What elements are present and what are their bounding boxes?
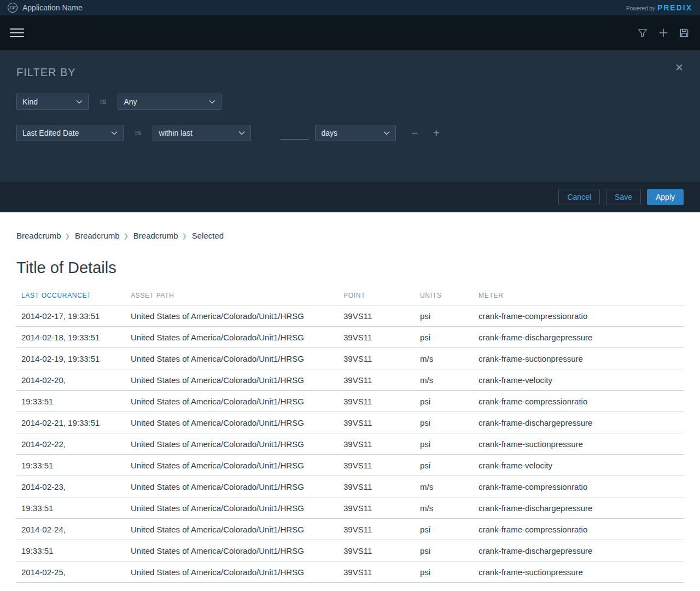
unit-dropdown[interactable]: days [315,125,396,141]
table-cell-last-occurance: 19:33:51 [16,540,126,561]
table-cell-meter: crank-frame-dischargepressure [474,412,684,433]
operator-label: IS [135,130,141,136]
table-cell-meter: crank-frame-compressionratio [474,519,684,540]
column-header-units[interactable]: UNITS [415,292,474,305]
table-row[interactable]: 19:33:51United States of America/Colorad… [16,391,684,412]
table-cell-units: psi [415,391,474,412]
filter-panel-title: FILTER BY [16,50,684,79]
column-header-asset-path[interactable]: ASSET PATH [126,292,339,305]
field-dropdown[interactable]: Kind [16,94,89,110]
table-row[interactable]: 2014-02-24,United States of America/Colo… [16,519,684,540]
table-cell-point: 39VS11 [339,305,415,327]
filter-footer: Cancel Save Apply [0,182,700,212]
table-cell-meter: crank-frame-suctionpressure [474,348,684,369]
table-row[interactable]: 19:33:51United States of America/Colorad… [16,455,684,476]
powered-by-label: Powered by [626,5,655,11]
table-row[interactable]: 2014-02-17, 19:33:51United States of Ame… [16,305,684,327]
column-header-meter[interactable]: METER [474,292,684,305]
value-dropdown[interactable]: Any [118,94,221,110]
table-cell-asset-path: United States of America/Colorado/Unit1/… [126,412,339,433]
table-row[interactable]: 2014-02-25,United States of America/Colo… [16,561,684,583]
table-cell-point: 39VS11 [339,412,415,433]
table-cell-last-occurance: 19:33:51 [16,455,126,476]
table-cell-asset-path: United States of America/Colorado/Unit1/… [126,391,339,412]
table-cell-last-occurance: 2014-02-21, 19:33:51 [16,412,126,433]
operator-label: IS [100,99,106,105]
table-cell-last-occurance: 2014-02-24, [16,519,126,540]
table-row[interactable]: 2014-02-18, 19:33:51United States of Ame… [16,327,684,348]
menu-icon[interactable] [10,26,24,40]
breadcrumb-item[interactable]: Breadcrumb [133,231,178,240]
table-cell-units: m/s [415,348,474,369]
table-cell-last-occurance: 2014-02-25, [16,561,126,583]
table-row[interactable]: 2014-02-19, 19:33:51United States of Ame… [16,348,684,369]
save-icon[interactable] [678,27,690,39]
field-dropdown[interactable]: Last Edited Date [16,125,124,141]
add-icon[interactable] [657,27,669,39]
field-dropdown-value: Last Edited Date [22,129,79,137]
table-cell-units: psi [415,412,474,433]
table-cell-asset-path: United States of America/Colorado/Unit1/… [126,305,339,327]
table-cell-meter: crank-frame-velocity [474,369,684,391]
table-cell-last-occurance: 2014-02-22, [16,433,126,455]
breadcrumb-item[interactable]: Breadcrumb [75,231,120,240]
condition-dropdown[interactable]: within last [153,125,251,141]
table-cell-meter: crank-frame-velocity [474,455,684,476]
add-rule-icon[interactable]: + [433,128,440,138]
table-cell-asset-path: United States of America/Colorado/Unit1/… [126,369,339,391]
table-cell-units: psi [415,540,474,561]
unit-dropdown-value: days [321,129,337,137]
table-row[interactable]: 19:33:51United States of America/Colorad… [16,497,684,519]
table-cell-meter: crank-frame-compressionratio [474,305,684,327]
table-cell-meter: crank-frame-dischargepressure [474,327,684,348]
table-cell-last-occurance: 19:33:51 [16,497,126,519]
save-button[interactable]: Save [606,189,641,205]
page-title: Title of Details [16,259,684,277]
table-cell-point: 39VS11 [339,519,415,540]
condition-dropdown-value: within last [159,129,192,137]
filter-panel: FILTER BY ✕ Kind IS Any Last Edited Date… [0,50,700,182]
breadcrumb-item[interactable]: Breadcrumb [16,231,61,240]
table-cell-point: 39VS11 [339,561,415,583]
table-cell-last-occurance: 19:33:51 [16,391,126,412]
filter-icon[interactable] [637,27,649,39]
cancel-button[interactable]: Cancel [558,189,600,205]
field-dropdown-value: Kind [22,97,38,106]
table-cell-units: psi [415,455,474,476]
details-table: LAST OCCURANCE ASSET PATH POINT UNITS ME… [16,292,684,583]
table-cell-meter: crank-frame-compressionratio [474,391,684,412]
table-cell-units: m/s [415,369,474,391]
table-row[interactable]: 19:33:51United States of America/Colorad… [16,540,684,561]
ge-logo-icon: GE [8,3,18,13]
table-cell-asset-path: United States of America/Colorado/Unit1/… [126,327,339,348]
table-row[interactable]: 2014-02-21, 19:33:51United States of Ame… [16,412,684,433]
column-header-last-occurance[interactable]: LAST OCCURANCE [16,292,126,305]
top-brand-bar: GE Application Name Powered by PREDIX [0,0,700,15]
remove-rule-icon[interactable]: − [411,128,418,138]
table-cell-units: m/s [415,476,474,497]
table-cell-last-occurance: 2014-02-17, 19:33:51 [16,305,126,327]
table-cell-asset-path: United States of America/Colorado/Unit1/… [126,561,339,583]
table-cell-last-occurance: 2014-02-18, 19:33:51 [16,327,126,348]
table-row[interactable]: 2014-02-20,United States of America/Colo… [16,369,684,391]
filter-row-1: Kind IS Any [16,94,684,110]
chevron-right-icon: ❯ [124,233,129,240]
application-name: Application Name [22,3,83,12]
number-input[interactable] [281,126,309,140]
value-dropdown-value: Any [124,97,137,106]
table-cell-last-occurance: 2014-02-19, 19:33:51 [16,348,126,369]
apply-button[interactable]: Apply [647,189,684,205]
chevron-right-icon: ❯ [182,233,187,240]
table-cell-meter: crank-frame-dischargepressure [474,540,684,561]
table-cell-last-occurance: 2014-02-23, [16,476,126,497]
close-icon[interactable]: ✕ [675,62,684,73]
chevron-down-icon [383,131,390,135]
table-row[interactable]: 2014-02-22,United States of America/Colo… [16,433,684,455]
breadcrumb-selected: Selected [192,231,224,240]
table-cell-point: 39VS11 [339,455,415,476]
table-row[interactable]: 2014-02-23,United States of America/Colo… [16,476,684,497]
table-cell-point: 39VS11 [339,497,415,519]
sort-indicator-icon [89,292,89,298]
column-header-point[interactable]: POINT [339,292,415,305]
table-cell-units: psi [415,327,474,348]
